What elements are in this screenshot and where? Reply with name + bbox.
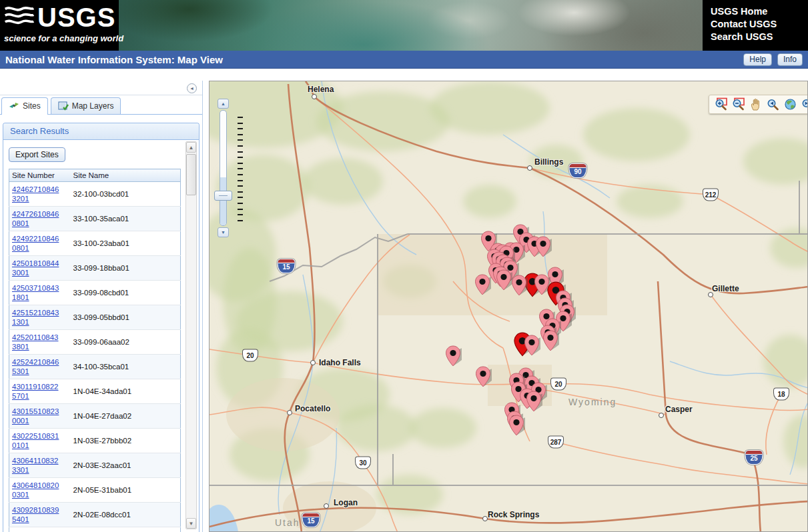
scroll-up-button[interactable]: ▲ xyxy=(186,142,196,153)
search-results-body: Export Sites Site Number Site Name 42462… xyxy=(3,140,199,532)
site-number-link[interactable]: 424726108460801 xyxy=(12,209,59,228)
header-links: USGS HomeContact USGSSearch USGS xyxy=(703,0,808,51)
site-marker[interactable] xyxy=(474,366,492,391)
zoom-tick xyxy=(238,180,243,181)
scroll-down-button[interactable]: ▼ xyxy=(186,518,196,529)
header-link[interactable]: Search USGS xyxy=(711,31,808,43)
site-marker[interactable] xyxy=(542,330,559,355)
site-marker[interactable] xyxy=(534,236,552,261)
pan-icon[interactable] xyxy=(749,97,763,111)
panel-title: Search Results xyxy=(10,126,69,136)
column-header-site-name[interactable]: Site Name xyxy=(71,169,181,182)
zoom-slider-down-button[interactable]: ▼ xyxy=(218,227,229,237)
tab-map-layers[interactable]: Map Layers xyxy=(51,97,121,114)
sites-table: Site Number Site Name 42462710846320132-… xyxy=(9,169,181,532)
site-marker[interactable] xyxy=(474,274,491,299)
city-label: Gillette xyxy=(712,284,739,293)
title-bar-buttons: HelpInfo xyxy=(743,53,808,66)
basemap-decor xyxy=(210,81,808,532)
table-row: 4301191082257011N-04E-34ada01 xyxy=(9,379,181,404)
site-number-link[interactable]: 425201108433801 xyxy=(12,333,59,351)
zoom-in-box-icon[interactable] xyxy=(714,97,728,111)
site-name: 1N-04E-34ada01 xyxy=(71,379,181,404)
usgs-tagline: science for a changing world xyxy=(4,33,115,43)
region-label-wyoming: Wyoming xyxy=(568,397,617,407)
map-toolbar xyxy=(709,95,808,114)
scroll-thumb[interactable] xyxy=(186,154,196,195)
zoom-tick xyxy=(238,197,243,198)
help-button[interactable]: Help xyxy=(743,53,772,66)
table-row: 42524210846530134-100-35bca01 xyxy=(9,355,181,379)
site-marker[interactable] xyxy=(523,335,540,360)
zoom-slider-up-button[interactable]: ▲ xyxy=(218,99,229,109)
zoom-tick xyxy=(238,128,243,129)
header-link[interactable]: Contact USGS xyxy=(711,18,808,31)
zoom-slider-track[interactable] xyxy=(220,110,227,226)
site-number-link[interactable]: 424922108460801 xyxy=(12,234,59,253)
usgs-logo[interactable]: USGS science for a changing world xyxy=(0,0,119,51)
us-route-212-shield: 212 xyxy=(703,189,719,201)
site-number-link[interactable]: 425152108431301 xyxy=(12,308,59,327)
table-row: 4301551082300011N-04E-27daa02 xyxy=(9,404,181,429)
zoom-tick xyxy=(238,139,243,141)
site-marker[interactable] xyxy=(525,391,542,416)
header-link[interactable]: USGS Home xyxy=(711,5,808,18)
site-marker[interactable] xyxy=(510,275,528,300)
collapse-sidebar-button[interactable]: ◄ xyxy=(187,83,197,93)
city-dot xyxy=(659,413,664,418)
site-number-link[interactable]: 430641108323301 xyxy=(12,456,59,475)
zoom-out-box-icon[interactable] xyxy=(731,97,745,111)
sites-scrollbar: ▲ ▼ xyxy=(185,141,197,529)
full-extent-icon[interactable] xyxy=(783,97,797,111)
site-number-link[interactable]: 430155108230001 xyxy=(12,407,59,425)
zoom-tick xyxy=(238,203,243,204)
interstate-25-shield: 25 xyxy=(745,450,763,465)
site-marker[interactable] xyxy=(508,415,525,440)
usgs-logo-text: USGS xyxy=(37,3,115,32)
site-number-link[interactable]: 425018108443001 xyxy=(12,259,59,277)
site-name: 34-100-35bca01 xyxy=(71,355,181,379)
table-row: 42462710846320132-100-03bcd01 xyxy=(9,182,181,207)
site-name: 33-099-06aaa02 xyxy=(71,330,181,355)
export-sites-button[interactable]: Export Sites xyxy=(9,147,65,162)
site-number-link[interactable]: 425242108465301 xyxy=(12,357,59,376)
site-number-link[interactable]: 430928108395401 xyxy=(12,505,59,524)
table-row: 42472610846080133-100-35aca01 xyxy=(9,207,181,231)
interstate-90-shield: 90 xyxy=(569,163,587,178)
zoom-tick xyxy=(238,123,243,124)
sidebar: ◄ SitesMap Layers Search Results Export … xyxy=(0,81,203,532)
sidebar-top-strip: ◄ xyxy=(0,81,202,95)
site-number-link[interactable]: 430648108200301 xyxy=(12,481,59,499)
city-label: Casper xyxy=(665,405,693,414)
table-row: 42492210846080133-100-23aba01 xyxy=(9,231,181,256)
column-header-site-number[interactable]: Site Number xyxy=(9,169,71,182)
zoom-tick xyxy=(238,151,243,153)
table-row: 4310161083112012N-03E-09aaa01 xyxy=(9,527,181,532)
table-row: 4306411083233012N-03E-32aac01 xyxy=(9,453,181,478)
zoom-slider-handle[interactable] xyxy=(214,191,232,201)
map-canvas[interactable]: 9015152521220202873018 HelenaBillingsGil… xyxy=(209,81,808,532)
site-marker[interactable] xyxy=(444,345,462,371)
site-number-link[interactable]: 424627108463201 xyxy=(12,185,59,203)
tab-sites[interactable]: Sites xyxy=(1,97,48,115)
zoom-tick xyxy=(238,157,243,158)
site-number-link[interactable]: 430225108310101 xyxy=(12,431,59,450)
site-number-link[interactable]: 430119108225701 xyxy=(12,382,59,401)
zoom-next-icon[interactable] xyxy=(801,97,808,111)
sites-icon xyxy=(9,101,19,111)
zoom-tick xyxy=(238,163,243,164)
tab-label: Sites xyxy=(23,101,41,111)
tab-label: Map Layers xyxy=(72,101,114,111)
site-number-link[interactable]: 425037108431801 xyxy=(12,283,59,302)
site-name: 33-099-08cbd01 xyxy=(71,281,181,305)
previous-extent-icon[interactable] xyxy=(766,97,780,111)
site-name: 33-100-35aca01 xyxy=(71,207,181,231)
info-button[interactable]: Info xyxy=(777,53,803,66)
usgs-waves-icon xyxy=(4,3,35,31)
table-row: 4306481082003012N-05E-31bab01 xyxy=(9,478,181,503)
zoom-tick xyxy=(238,191,243,193)
site-name: 2N-02E-08dcc01 xyxy=(71,503,181,527)
zoom-tick xyxy=(238,209,243,210)
city-dot xyxy=(482,516,488,521)
zoom-tick xyxy=(238,214,243,215)
